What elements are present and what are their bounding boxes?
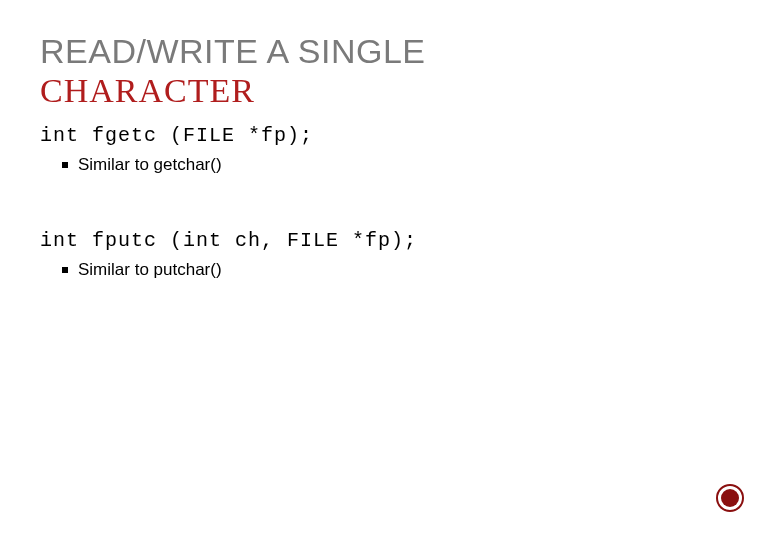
bullet-square-icon: [62, 267, 68, 273]
bullet-square-icon: [62, 162, 68, 168]
title-line1: READ/WRITE A SINGLE: [40, 32, 740, 71]
code-fputc: int fputc (int ch, FILE *fp);: [40, 229, 740, 252]
bullet-row: Similar to getchar(): [62, 155, 740, 175]
bullet-text: Similar to putchar(): [78, 260, 222, 280]
bullet-text: Similar to getchar(): [78, 155, 222, 175]
inner-dot: [721, 489, 739, 507]
title-line2: CHARACTER: [40, 71, 740, 110]
bullet-row: Similar to putchar(): [62, 260, 740, 280]
circle-decoration-icon: [716, 484, 744, 512]
slide: READ/WRITE A SINGLE CHARACTER int fgetc …: [0, 0, 780, 318]
spacer: [40, 181, 740, 229]
code-fgetc: int fgetc (FILE *fp);: [40, 124, 740, 147]
